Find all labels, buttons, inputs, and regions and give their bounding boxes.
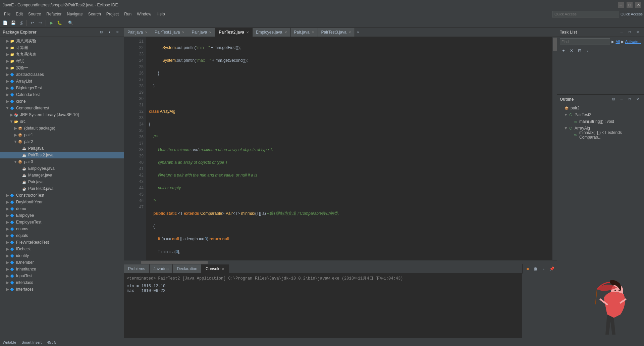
tree-item-calc[interactable]: ▶ 📁 计算器 xyxy=(0,44,124,51)
tab-javadoc[interactable]: Javadoc xyxy=(150,264,173,273)
maximize-button[interactable]: □ xyxy=(627,2,633,8)
task-close-btn[interactable]: ✕ xyxy=(634,29,641,36)
close-icon[interactable]: ✕ xyxy=(182,31,184,34)
vertical-scrollbar[interactable] xyxy=(552,37,557,260)
pe-collapse-btn[interactable]: ⊟ xyxy=(98,29,105,36)
task-activate-btn[interactable]: Activate... xyxy=(625,40,641,44)
menu-run[interactable]: Run xyxy=(121,11,134,17)
tab-pair3[interactable]: Pair.java ✕ xyxy=(291,28,318,37)
menu-window[interactable]: Window xyxy=(134,11,154,17)
tree-item-daymonth[interactable]: ▶ 🔷 DayMonthYear xyxy=(0,199,124,205)
console-pin-btn[interactable]: 📌 xyxy=(548,265,555,273)
tree-item-clone[interactable]: ▶ 🔷 clone xyxy=(0,98,124,105)
tree-item-pair3[interactable]: ▼ 📦 pair3 xyxy=(0,158,124,165)
console-clear-btn[interactable]: 🗑 xyxy=(532,265,539,273)
outline-main[interactable]: m main(String[]) : void xyxy=(557,118,644,125)
tree-item-enums[interactable]: ▶ 🔷 enums xyxy=(0,226,124,232)
task-all-btn[interactable]: All xyxy=(615,40,620,44)
tree-item-pair-java[interactable]: ☕ Pair.java xyxy=(0,145,124,152)
outline-close-btn[interactable]: ✕ xyxy=(634,96,641,103)
search-btn[interactable]: 🔍 xyxy=(67,19,74,27)
tree-item-pair2[interactable]: ▼ 📦 pair2 xyxy=(0,138,124,145)
save-button[interactable]: 💾 xyxy=(9,19,17,27)
minimize-button[interactable]: ─ xyxy=(618,2,624,8)
tree-item-inheritance[interactable]: ▶ 🔷 Inheritance xyxy=(0,266,124,273)
close-icon[interactable]: ✕ xyxy=(284,31,287,34)
tree-item-exp1[interactable]: ▶ 📁 第八周实验 xyxy=(0,38,124,44)
undo-button[interactable]: ↩ xyxy=(29,19,36,27)
menu-project[interactable]: Project xyxy=(104,11,121,17)
new-button[interactable]: 📄 xyxy=(1,19,9,27)
tree-item-src[interactable]: ▼ 📂 src xyxy=(0,118,124,125)
tree-item-exam[interactable]: ▶ 📁 考试 xyxy=(0,58,124,64)
debug-button[interactable]: 🐛 xyxy=(56,19,63,27)
outline-minmax[interactable]: m minmax(T[]) <T extends Comparab... xyxy=(557,132,644,138)
close-icon[interactable]: ✕ xyxy=(209,31,212,34)
tree-item-calendar[interactable]: ▶ 🔷 CalendarTest xyxy=(0,91,124,98)
tab-pairtest2[interactable]: PairTest2.java ✕ xyxy=(215,28,252,37)
tree-item-manager[interactable]: ☕ Manager.java xyxy=(0,172,124,179)
outline-maximize-btn[interactable]: □ xyxy=(626,96,633,103)
tree-item-pairtest3[interactable]: ☕ PairTest3.java xyxy=(0,185,124,192)
horizontal-scrollbar[interactable] xyxy=(124,260,557,264)
task-new-btn[interactable]: + xyxy=(560,47,567,54)
console-scroll-btn[interactable]: ↓ xyxy=(540,265,547,273)
tree-item-idnember[interactable]: ▶ 🔷 IDnember xyxy=(0,259,124,266)
pe-menu-btn[interactable]: ▾ xyxy=(106,29,113,36)
task-sort-btn[interactable]: ↕ xyxy=(584,47,591,54)
outline-pair2[interactable]: 📦 pair2 xyxy=(557,105,644,111)
close-button[interactable]: ✕ xyxy=(635,2,641,8)
menu-navigate[interactable]: Navigate xyxy=(64,11,85,17)
task-minimize-btn[interactable]: ─ xyxy=(618,29,625,36)
tree-item-mult[interactable]: ▶ 📁 九九乘法表 xyxy=(0,51,124,58)
close-icon[interactable]: ✕ xyxy=(145,31,148,34)
task-delete-btn[interactable]: ✕ xyxy=(568,47,575,54)
tree-item-interfaces[interactable]: ▶ 🔷 interfaces xyxy=(0,286,124,293)
tree-item-emp[interactable]: ▶ 🔷 Employee xyxy=(0,212,124,219)
tree-item-bigint[interactable]: ▶ 🔷 BigIntegerTest xyxy=(0,85,124,91)
tree-item-arraylist[interactable]: ▶ 🔷 ArrayList xyxy=(0,78,124,85)
close-icon[interactable]: ✕ xyxy=(348,31,351,34)
tree-item-demo[interactable]: ▶ 🔷 demo xyxy=(0,205,124,212)
task-find-arrow[interactable]: ▶ xyxy=(611,40,614,44)
close-icon[interactable]: ✕ xyxy=(246,31,249,34)
task-find-input[interactable] xyxy=(560,38,610,45)
tab-pairtest1[interactable]: PairTest1.java ✕ xyxy=(151,28,188,37)
tree-item-filewrite[interactable]: ▶ 🔷 FileWriteReadTest xyxy=(0,239,124,246)
pe-close-btn[interactable]: ✕ xyxy=(114,29,121,36)
tree-item-interclass[interactable]: ▶ 🔷 interclass xyxy=(0,279,124,286)
redo-button[interactable]: ↪ xyxy=(37,19,44,27)
tree-item-identify[interactable]: ▶ 🔷 identify xyxy=(0,252,124,259)
tree-item-pairtest2[interactable]: ☕ PairTest2.java xyxy=(0,152,124,158)
menu-refactor[interactable]: Refactor xyxy=(44,11,64,17)
code-content[interactable]: System.out.println("min = " + mm.getFirs… xyxy=(146,37,552,260)
tree-item-abstract[interactable]: ▶ 🔷 abstractclasses xyxy=(0,71,124,78)
menu-search[interactable]: Search xyxy=(86,11,104,17)
tree-item-equals[interactable]: ▶ 🔷 equals xyxy=(0,232,124,239)
tree-item-exp2[interactable]: ▶ 📁 实验一 xyxy=(0,64,124,71)
run-button[interactable]: ▶ xyxy=(48,19,55,27)
close-icon[interactable]: ✕ xyxy=(222,267,224,271)
menu-help[interactable]: Help xyxy=(154,11,168,17)
tree-item-pair1[interactable]: ▶ 📦 pair1 xyxy=(0,132,124,138)
menu-file[interactable]: File xyxy=(1,11,13,17)
tree-item-idcheck[interactable]: ▶ 🔷 IDcheck xyxy=(0,246,124,252)
tab-overflow[interactable]: » xyxy=(355,28,361,37)
tree-item-default[interactable]: ▶ 📦 (default package) xyxy=(0,125,124,132)
tree-item-jre[interactable]: ▶ 📚 JRE System Library [JavaSE-10] xyxy=(0,111,124,118)
tree-item-emptest[interactable]: ▶ 🔷 EmployeeTest xyxy=(0,219,124,226)
menu-edit[interactable]: Edit xyxy=(13,11,25,17)
scroll-thumb[interactable] xyxy=(553,38,557,51)
tree-item-pair3java[interactable]: ☕ Pair.java xyxy=(0,179,124,185)
h-scroll-thumb[interactable] xyxy=(141,261,208,264)
tab-employee[interactable]: Employee.java ✕ xyxy=(253,28,291,37)
quick-access-input[interactable] xyxy=(552,11,619,17)
outline-collapse-btn[interactable]: ⊟ xyxy=(610,96,617,103)
tab-problems[interactable]: Problems xyxy=(124,264,150,273)
tab-pair1[interactable]: Pair.java ✕ xyxy=(124,28,151,37)
console-stop-btn[interactable]: ■ xyxy=(524,265,531,273)
tree-item-compound[interactable]: ▼ 🔷 CompoundInterest xyxy=(0,105,124,111)
task-maximize-btn[interactable]: □ xyxy=(626,29,633,36)
outline-minimize-btn[interactable]: ─ xyxy=(618,96,625,103)
tree-item-inputtest[interactable]: ▶ 🔷 InputTest xyxy=(0,273,124,279)
